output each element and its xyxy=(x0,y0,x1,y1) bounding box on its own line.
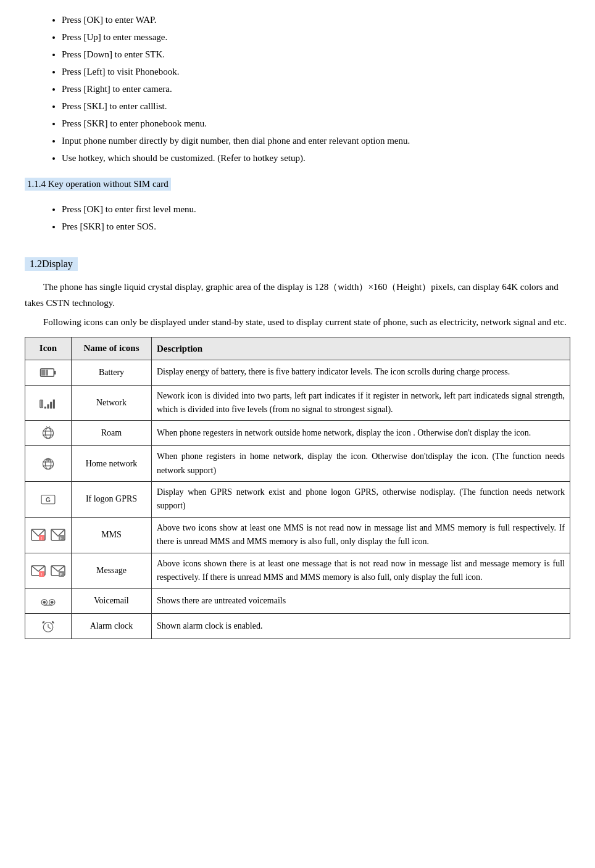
section-1-2-para2: Following icons can only be displayed un… xyxy=(25,315,570,331)
table-row: G If logon GPRS Display when GPRS networ… xyxy=(25,482,570,518)
svg-rect-8 xyxy=(50,402,52,408)
icon-cell-mms: ! F xyxy=(25,517,72,553)
section-1-2-heading: 1.2Display xyxy=(25,257,78,271)
svg-rect-5 xyxy=(41,400,43,407)
table-header-icon: Icon xyxy=(25,337,72,360)
section-1-2-para1: The phone has single liquid crystal disp… xyxy=(25,279,570,311)
home-network-icon xyxy=(40,455,57,473)
svg-point-39 xyxy=(43,601,46,604)
roam-icon xyxy=(40,424,57,442)
icon-cell-home xyxy=(25,446,72,482)
mms-icon-1: ! xyxy=(30,527,46,543)
table-cell-desc: Nework icon is divided into two parts, l… xyxy=(152,385,570,421)
list-item: Press [OK] to enter WAP. xyxy=(62,12,570,27)
list-item: Press [SKR] to enter phonebook menu. xyxy=(62,116,570,131)
table-row: Home network When phone registers in hom… xyxy=(25,446,570,482)
mms-icon-2: F xyxy=(50,527,66,543)
svg-text:!: ! xyxy=(41,535,42,541)
svg-rect-6 xyxy=(44,407,46,408)
svg-line-43 xyxy=(48,627,51,629)
table-row: ! F MMS Above two icons show at least on… xyxy=(25,517,570,553)
list-item: Press [Down] to enter STK. xyxy=(62,47,570,62)
section-1-1-4-heading: 1.1.4 Key operation without SIM card xyxy=(25,178,171,191)
gprs-icon: G xyxy=(40,490,57,508)
list-item: Press [Up] to enter message. xyxy=(62,30,570,44)
table-cell-name: Battery xyxy=(72,360,152,385)
svg-text:G: G xyxy=(46,497,51,503)
icon-cell-network xyxy=(25,385,72,421)
svg-text:!: ! xyxy=(41,572,42,577)
battery-icon xyxy=(40,364,57,381)
list-item: Input phone number directly by digit num… xyxy=(62,133,570,148)
table-row: Battery Display energy of battery, there… xyxy=(25,360,570,385)
svg-rect-9 xyxy=(53,399,55,408)
svg-text:F: F xyxy=(60,535,63,541)
svg-point-11 xyxy=(45,428,51,439)
list-item: Use hotkey, which should be customized. … xyxy=(62,151,570,165)
svg-text:F: F xyxy=(60,572,63,577)
svg-point-47 xyxy=(52,622,54,624)
table-cell-desc: Shows there are untreated voicemails xyxy=(152,589,570,614)
table-row: Voicemail Shows there are untreated voic… xyxy=(25,589,570,614)
list-item: Press [Right] to enter camera. xyxy=(62,81,570,96)
icons-table: Icon Name of icons Description Battery D… xyxy=(25,337,570,640)
table-cell-desc: Above icons shown there is at least one … xyxy=(152,553,570,589)
table-row: Roam When phone regesters in network out… xyxy=(25,421,570,446)
svg-point-10 xyxy=(43,428,53,439)
list-item: Press [Left] to visit Phonebook. xyxy=(62,64,570,79)
table-cell-name: Voicemail xyxy=(72,589,152,614)
section-1-1-4-list: Press [OK] to enter first level menu. Pr… xyxy=(62,202,570,234)
icon-cell-message: ! F xyxy=(25,553,72,589)
alarm-clock-icon xyxy=(40,618,57,635)
icon-cell-roam xyxy=(25,421,72,446)
table-cell-desc: When phone registers in home network, di… xyxy=(152,446,570,482)
svg-point-46 xyxy=(43,622,44,624)
table-cell-name: Network xyxy=(72,385,152,421)
bullet-list-1: Press [OK] to enter WAP. Press [Up] to e… xyxy=(62,12,570,165)
table-cell-name: If logon GPRS xyxy=(72,482,152,518)
svg-rect-1 xyxy=(54,370,56,374)
message-icons: ! F xyxy=(30,563,66,579)
icon-cell-alarm xyxy=(25,614,72,639)
icon-cell-gprs: G xyxy=(25,482,72,518)
svg-rect-7 xyxy=(47,404,49,408)
table-row: Network Nework icon is divided into two … xyxy=(25,385,570,421)
table-row: ! F Message Above icons shown there is a… xyxy=(25,553,570,589)
svg-rect-2 xyxy=(41,370,45,375)
table-cell-desc: Above two icons show at least one MMS is… xyxy=(152,517,570,553)
network-icon xyxy=(40,394,57,411)
table-cell-desc: Display when GPRS network exist and phon… xyxy=(152,482,570,518)
mms-icons: ! F xyxy=(30,527,66,543)
svg-rect-3 xyxy=(46,370,48,375)
table-cell-name: Message xyxy=(72,553,152,589)
voicemail-icon xyxy=(40,592,57,610)
list-item: Pres [SKR] to enter SOS. xyxy=(62,219,570,234)
list-item: Press [SKL] to enter calllist. xyxy=(62,99,570,114)
table-header-name: Name of icons xyxy=(72,337,152,360)
icon-cell-battery xyxy=(25,360,72,385)
table-cell-name: MMS xyxy=(72,517,152,553)
table-cell-desc: Shown alarm clock is enabled. xyxy=(152,614,570,639)
list-item: Press [OK] to enter first level menu. xyxy=(62,202,570,217)
message-icon-2: F xyxy=(50,563,66,579)
message-icon-1: ! xyxy=(30,563,46,579)
table-cell-name: Roam xyxy=(72,421,152,446)
svg-point-40 xyxy=(51,601,54,604)
table-cell-name: Alarm clock xyxy=(72,614,152,639)
table-cell-desc: When phone regesters in network outside … xyxy=(152,421,570,446)
icon-cell-voicemail xyxy=(25,589,72,614)
table-cell-desc: Display energy of battery, there is five… xyxy=(152,360,570,385)
table-row: Alarm clock Shown alarm clock is enabled… xyxy=(25,614,570,639)
table-header-desc: Description xyxy=(152,337,570,360)
table-cell-name: Home network xyxy=(72,446,152,482)
